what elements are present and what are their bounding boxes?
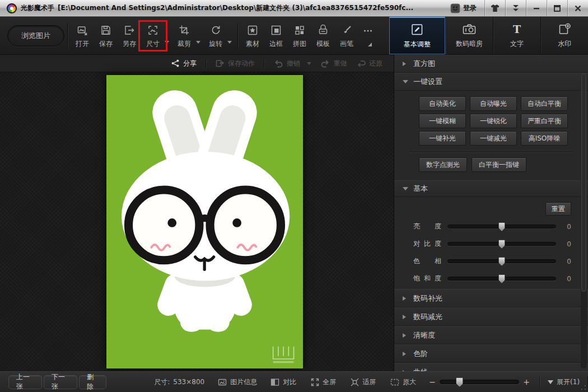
section-digital-dim-light[interactable]: 数码减光 (394, 307, 588, 326)
expand-panel-button[interactable]: 展开(1) (548, 377, 580, 387)
save-as-button[interactable]: 另存 (118, 23, 141, 49)
share-button[interactable]: 分享 (171, 59, 197, 68)
auto-white-balance-button[interactable]: 自动白平衡 (521, 96, 568, 111)
one-click-sharpen-button[interactable]: 一键锐化 (470, 114, 517, 128)
next-image-button[interactable]: 下一张 (44, 375, 77, 389)
svg-text:T: T (513, 23, 521, 35)
original-size-button[interactable]: 原大 (390, 377, 416, 387)
panel-scrollbar[interactable] (581, 73, 587, 368)
undo-icon (273, 59, 283, 68)
one-click-fill-light-button[interactable]: 一键补光 (419, 131, 466, 146)
photo-rabbit-illustration (106, 75, 303, 368)
section-one-click-settings[interactable]: 一键设置 (394, 73, 588, 91)
restore-button[interactable]: 还原 (356, 59, 382, 68)
login-button[interactable]: 登录 (450, 3, 477, 13)
undo-dropdown-arrow[interactable] (307, 62, 311, 67)
material-button[interactable]: 素材 (241, 23, 264, 49)
rotate-button[interactable]: 旋转 (204, 23, 227, 49)
one-click-body: 自动美化 自动曝光 自动白平衡 一键模糊 一键锐化 严重白平衡 一键补光 一键减… (394, 91, 588, 180)
saturation-slider[interactable] (447, 277, 556, 281)
save-action-button[interactable]: 保存动作 (215, 59, 255, 68)
slider-thumb[interactable] (498, 274, 505, 283)
frame-button[interactable]: 边框 (264, 23, 288, 49)
slider-thumb[interactable] (498, 240, 505, 249)
scrollbar-thumb[interactable] (581, 73, 586, 292)
auto-beautify-button[interactable]: 自动美化 (419, 96, 466, 111)
browse-images-button[interactable]: 浏览图片 (7, 25, 64, 46)
zoom-in-button[interactable]: + (522, 377, 530, 386)
slider-thumb[interactable] (498, 222, 505, 231)
image-canvas[interactable] (0, 72, 394, 371)
save-button[interactable]: 保存 (94, 23, 118, 49)
toolbar-separator (237, 23, 238, 49)
close-icon (574, 4, 582, 12)
resize-grip[interactable] (581, 385, 586, 390)
brush-icon (341, 24, 352, 36)
more-tools-button[interactable] (358, 24, 377, 48)
severe-white-balance-button[interactable]: 严重白平衡 (521, 114, 568, 128)
minimize-button[interactable] (526, 0, 547, 16)
tab-text[interactable]: T 文字 (493, 17, 540, 54)
size-button[interactable]: 尺寸 (141, 23, 165, 49)
tab-watermark[interactable]: 水印 (540, 17, 588, 54)
redo-button[interactable]: 重做 (320, 59, 347, 68)
size-dropdown-arrow[interactable] (165, 41, 169, 46)
section-digital-fill-light[interactable]: 数码补光 (394, 289, 588, 307)
collapsed-arrow-icon (403, 352, 408, 356)
zoom-out-button[interactable]: − (428, 377, 436, 386)
digital-spot-metering-button[interactable]: 数字点测光 (419, 157, 467, 172)
auto-exposure-button[interactable]: 自动曝光 (470, 96, 517, 111)
crop-dropdown-arrow[interactable] (196, 41, 200, 46)
undo-button[interactable]: 撤销 (273, 59, 311, 68)
size-icon (147, 24, 158, 36)
template-button[interactable]: 模板 (311, 23, 335, 49)
more-dots-icon (362, 25, 374, 37)
one-click-dim-light-button[interactable]: 一键减光 (470, 131, 517, 146)
frame-icon (270, 24, 282, 36)
section-clarity[interactable]: 清晰度 (394, 326, 588, 344)
collapsed-arrow-icon (403, 315, 408, 319)
title-bar: 光影魔术手[E:\Document And Settings2\Administ… (0, 0, 588, 17)
section-basic[interactable]: 基本 (394, 180, 588, 197)
section-histogram[interactable]: 直方图 (394, 55, 588, 73)
collage-button[interactable]: 拼图 (288, 23, 311, 49)
toolbar-expand-corner-icon[interactable] (368, 43, 372, 46)
expanded-arrow-icon (403, 80, 408, 86)
contrast-slider[interactable] (447, 242, 556, 246)
crop-button[interactable]: 裁剪 (172, 23, 196, 49)
compare-button[interactable]: 对比 (270, 377, 296, 387)
saturation-slider-row: 饱和度 0 (413, 270, 571, 287)
fit-screen-button[interactable]: 适屏 (351, 377, 376, 387)
white-balance-one-key-button[interactable]: 白平衡一指键 (472, 157, 526, 172)
section-curves[interactable]: 曲线 (394, 363, 588, 371)
reset-button[interactable]: 重置 (545, 202, 571, 216)
zoom-slider[interactable] (440, 380, 519, 384)
collapsed-arrow-icon (403, 333, 408, 338)
one-click-blur-button[interactable]: 一键模糊 (419, 114, 466, 128)
high-iso-denoise-button[interactable]: 高ISO降噪 (521, 131, 568, 146)
material-star-icon (247, 24, 258, 36)
panel-divider (409, 152, 573, 152)
collapse-button[interactable] (505, 0, 526, 16)
statusbar-separator (539, 376, 540, 388)
tab-digital-darkroom[interactable]: 数码暗房 (445, 17, 493, 54)
previous-image-button[interactable]: 上一张 (8, 375, 42, 389)
save-action-icon (215, 59, 225, 68)
close-button[interactable] (567, 0, 588, 16)
image-info-button[interactable]: 图片信息 (218, 377, 257, 387)
brightness-slider[interactable] (447, 225, 556, 228)
section-levels[interactable]: 色阶 (394, 344, 588, 363)
brush-button[interactable]: 画笔 (335, 23, 358, 49)
save-as-icon (124, 24, 135, 36)
tab-basic-adjust[interactable]: 基本调整 (389, 17, 445, 54)
open-button[interactable]: 打开 (71, 23, 94, 49)
hue-slider[interactable] (447, 259, 556, 263)
maximize-button[interactable] (547, 0, 567, 16)
skin-button[interactable] (484, 0, 505, 16)
delete-image-button[interactable]: 删除 (79, 375, 106, 389)
zoom-slider-thumb[interactable] (456, 377, 463, 387)
expand-arrow-icon (548, 380, 553, 387)
fullscreen-button[interactable]: 全屏 (311, 377, 336, 387)
rotate-dropdown-arrow[interactable] (227, 41, 232, 46)
slider-thumb[interactable] (498, 257, 505, 266)
